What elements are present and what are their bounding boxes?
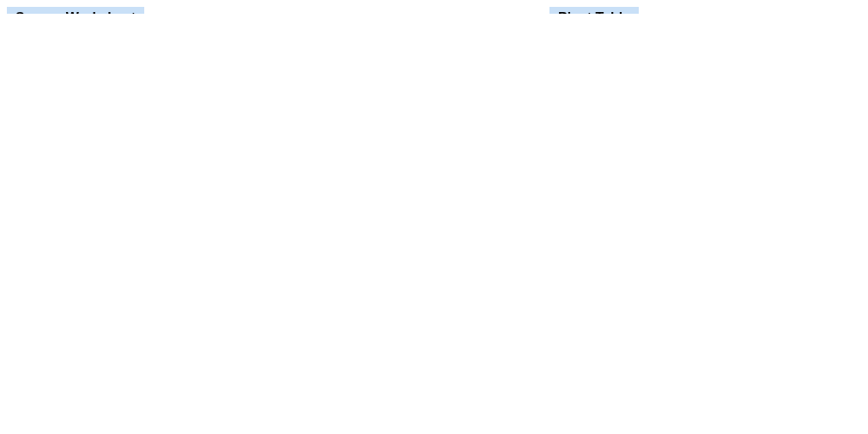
pivot-title: Pivot Table xyxy=(549,7,639,14)
source-title: Source Worksheet xyxy=(7,7,144,14)
source-worksheet-panel: Source Worksheet A B D E F I Long Name Y… xyxy=(7,7,464,14)
pivot-table-panel: Pivot Table A(X) B(Y) C(Y) D(Y) Long Nam… xyxy=(549,7,813,14)
